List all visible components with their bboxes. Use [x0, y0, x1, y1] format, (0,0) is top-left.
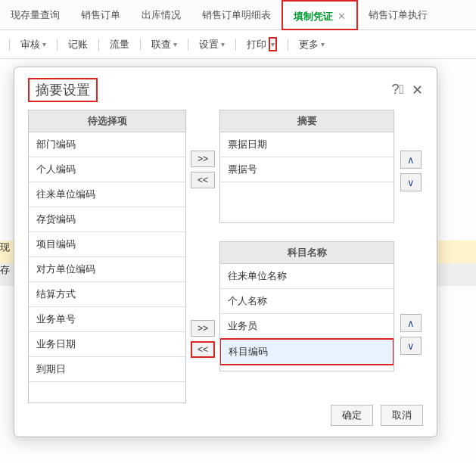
move-up-button[interactable]: ∧ — [400, 314, 422, 332]
close-icon[interactable]: ✕ — [338, 11, 346, 22]
tab-sales-exec[interactable]: 销售订单执行 — [358, 0, 438, 30]
list-item[interactable]: 项目编码 — [29, 232, 185, 257]
toolbar: 审核▾ 记账 流量 联查▾ 设置▾ 打印▾ 更多▾ — [0, 30, 476, 59]
reorder-buttons: ∧ ∨ ∧ ∨ — [400, 110, 423, 371]
chevron-down-icon: ▾ — [321, 40, 325, 48]
right-column: 摘要 票据日期 票据号 科目名称 往来单位名称 个人名称 业务员 科目编码 — [219, 110, 423, 403]
list-item[interactable]: 部门编码 — [29, 132, 185, 157]
tool-post[interactable]: 记账 — [61, 30, 95, 58]
list-item[interactable]: 业务单号 — [29, 307, 185, 332]
tool-link[interactable]: 联查▾ — [144, 30, 185, 58]
dialog-title: 摘要设置 — [28, 78, 98, 102]
tool-print[interactable]: 打印▾ — [239, 30, 285, 58]
subject-header: 科目名称 — [219, 241, 394, 264]
list-item[interactable]: 往来单位编码 — [29, 182, 185, 207]
subject-list[interactable]: 往来单位名称 个人名称 业务员 科目编码 — [219, 264, 394, 371]
chevron-down-icon: ▾ — [42, 40, 46, 48]
candidates-header: 待选择项 — [28, 110, 186, 132]
summary-list: 票据日期 票据号 — [219, 132, 394, 223]
divider — [9, 39, 10, 51]
chevron-down-icon: ▾ — [173, 40, 177, 48]
list-item-selected[interactable]: 科目编码 — [219, 338, 394, 365]
list-item[interactable]: 业务日期 — [29, 332, 185, 357]
transfer-buttons-column: >> << >> << — [186, 110, 219, 403]
candidates-column: 待选择项 部门编码 个人编码 往来单位编码 存货编码 项目编码 对方单位编码 结… — [28, 110, 186, 403]
chevron-down-icon[interactable]: ▾ — [269, 37, 277, 51]
tab-sales-order[interactable]: 销售订单 — [70, 0, 131, 30]
move-down-button[interactable]: ∨ — [400, 173, 422, 191]
remove-from-summary-button[interactable]: << — [191, 172, 215, 188]
move-up-button[interactable]: ∧ — [400, 151, 422, 169]
close-icon[interactable]: ✕ — [412, 82, 423, 98]
list-item[interactable]: 往来单位名称 — [220, 264, 394, 289]
summary-settings-dialog: 摘要设置 ?⃝ ✕ 待选择项 部门编码 个人编码 往来单位编码 存货编码 项目编… — [14, 67, 437, 437]
list-item[interactable]: 到期日 — [29, 357, 185, 382]
tab-sales-detail[interactable]: 销售订单明细表 — [191, 0, 282, 30]
list-item[interactable]: 业务员 — [220, 314, 394, 339]
list-item[interactable]: 结算方式 — [29, 282, 185, 307]
tool-more[interactable]: 更多▾ — [291, 30, 332, 58]
divider — [98, 39, 99, 51]
divider — [57, 39, 58, 51]
candidates-list: 部门编码 个人编码 往来单位编码 存货编码 项目编码 对方单位编码 结算方式 业… — [28, 132, 186, 403]
divider — [288, 39, 288, 51]
tab-outbound[interactable]: 出库情况 — [131, 0, 191, 30]
list-item[interactable]: 票据号 — [220, 157, 394, 182]
list-item[interactable]: 个人名称 — [220, 289, 394, 314]
tool-settings[interactable]: 设置▾ — [191, 30, 232, 58]
list-item[interactable]: 个人编码 — [29, 157, 185, 182]
tab-voucher[interactable]: 填制凭证✕ — [282, 0, 358, 30]
summary-header: 摘要 — [219, 110, 394, 132]
remove-from-subject-button[interactable]: << — [191, 341, 215, 358]
tool-audit[interactable]: 审核▾ — [13, 30, 54, 58]
top-tab-bar: 现存量查询 销售订单 出库情况 销售订单明细表 填制凭证✕ 销售订单执行 — [0, 0, 476, 30]
divider — [188, 39, 188, 51]
add-to-summary-button[interactable]: >> — [191, 151, 215, 167]
tool-flow[interactable]: 流量 — [102, 30, 137, 58]
divider — [140, 39, 141, 51]
divider — [235, 39, 236, 51]
chevron-down-icon: ▾ — [221, 40, 225, 48]
move-down-button[interactable]: ∨ — [400, 337, 422, 355]
add-to-subject-button[interactable]: >> — [191, 320, 215, 337]
tab-stock-query[interactable]: 现存量查询 — [0, 0, 70, 30]
cancel-button[interactable]: 取消 — [381, 405, 423, 426]
list-item[interactable]: 存货编码 — [29, 207, 185, 232]
ok-button[interactable]: 确定 — [331, 405, 373, 426]
help-icon[interactable]: ?⃝ — [391, 82, 404, 98]
list-item[interactable]: 票据日期 — [220, 132, 394, 157]
list-item[interactable]: 对方单位编码 — [29, 257, 185, 282]
